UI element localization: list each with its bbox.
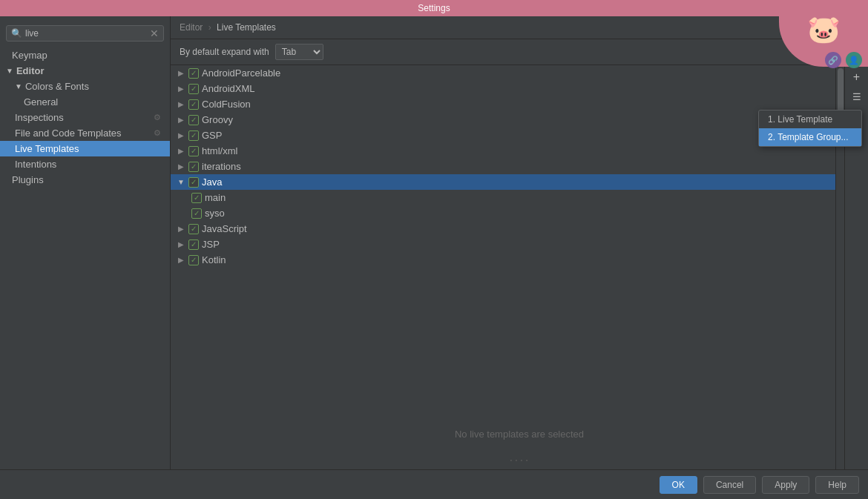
- sidebar-label-colors-fonts: Colors & Fonts: [25, 81, 89, 92]
- sidebar-item-live-templates[interactable]: Live Templates: [0, 141, 170, 156]
- breadcrumb-current: Live Templates: [217, 22, 276, 33]
- sidebar-item-inspections[interactable]: Inspections ⚙: [0, 110, 170, 125]
- tree-item-kotlin[interactable]: ▶ Kotlin: [171, 252, 835, 268]
- tree-arrow-cold-fusion: ▶: [177, 100, 185, 108]
- bottom-bar: OK Cancel Apply Help: [0, 469, 868, 499]
- corner-icon-1[interactable]: 🔗: [825, 52, 841, 68]
- tree-label-jsp: JSP: [202, 239, 220, 250]
- tree-label-groovy: Groovy: [202, 114, 233, 125]
- tree-item-html-xml[interactable]: ▶ html/xml: [171, 143, 835, 159]
- tree-item-syso[interactable]: syso: [171, 205, 835, 221]
- popup-menu: 1. Live Template 2. Template Group...: [758, 110, 862, 147]
- tree-item-android-parcelable[interactable]: ▶ AndroidParcelable: [171, 65, 835, 81]
- checkbox-java[interactable]: [188, 177, 199, 188]
- scrollbar-thumb[interactable]: [838, 68, 844, 113]
- expand-row: By default expand with Tab Enter Space: [171, 39, 868, 65]
- tree-arrow-android-parcelable: ▶: [177, 69, 185, 77]
- ok-button[interactable]: OK: [660, 476, 697, 494]
- breadcrumb: Editor › Live Templates: [180, 22, 276, 33]
- sidebar-label-live-templates: Live Templates: [15, 143, 79, 154]
- breadcrumb-separator: ›: [208, 22, 214, 33]
- apply-button[interactable]: Apply: [762, 476, 809, 494]
- checkbox-syso[interactable]: [191, 208, 202, 219]
- checkbox-cold-fusion[interactable]: [188, 99, 199, 110]
- tree-arrow-html-xml: ▶: [177, 147, 185, 155]
- tree-item-iterations[interactable]: ▶ iterations: [171, 159, 835, 174]
- tree-item-java[interactable]: ▼ Java: [171, 174, 835, 190]
- content-area: Editor › Live Templates By default expan…: [171, 16, 868, 469]
- template-tree: ▶ AndroidParcelable ▶ AndroidXML ▶: [171, 65, 835, 469]
- tree-arrow-jsp: ▶: [177, 240, 185, 248]
- corner-icon-2[interactable]: 👤: [846, 52, 862, 68]
- tree-label-android-xml: AndroidXML: [202, 83, 255, 94]
- popup-label-live-template: 1. Live Template: [768, 114, 832, 125]
- expand-label: By default expand with: [180, 47, 269, 57]
- window-title: Settings: [418, 3, 450, 13]
- tree-label-android-parcelable: AndroidParcelable: [202, 67, 280, 79]
- inspections-badge-icon: ⚙: [154, 113, 161, 122]
- search-icon: 🔍: [11, 28, 22, 39]
- tree-label-gsp: GSP: [202, 130, 222, 141]
- tree-label-iterations: iterations: [202, 161, 241, 172]
- sidebar-label-inspections: Inspections: [15, 112, 64, 123]
- main-container: 🔍 ✕ Keymap ▼ Editor ▼ Colors & Fonts Gen…: [0, 16, 868, 469]
- search-input[interactable]: [25, 28, 150, 39]
- tree-arrow-iterations: ▶: [177, 162, 185, 171]
- sidebar-item-colors-fonts[interactable]: ▼ Colors & Fonts: [0, 79, 170, 94]
- tree-item-main[interactable]: main: [171, 190, 835, 205]
- breadcrumb-parent: Editor: [180, 22, 203, 33]
- tree-label-java: Java: [202, 176, 222, 188]
- search-box[interactable]: 🔍 ✕: [6, 25, 164, 42]
- template-list: ▶ AndroidParcelable ▶ AndroidXML ▶: [171, 65, 868, 469]
- tree-arrow-javascript: ▶: [177, 225, 185, 233]
- expand-select[interactable]: Tab Enter Space: [275, 44, 323, 60]
- tree-arrow-gsp: ▶: [177, 131, 185, 139]
- tree-item-jsp[interactable]: ▶ JSP: [171, 237, 835, 252]
- corner-icons: 🔗 👤: [825, 52, 862, 68]
- sidebar-label-general: General: [24, 96, 58, 108]
- cancel-button[interactable]: Cancel: [703, 476, 756, 494]
- sidebar-item-editor[interactable]: ▼ Editor: [0, 63, 170, 79]
- sidebar-item-intentions[interactable]: Intentions: [0, 156, 170, 172]
- checkbox-android-xml[interactable]: [188, 84, 199, 94]
- tree-arrow-android-xml: ▶: [177, 85, 185, 93]
- tree-item-groovy[interactable]: ▶ Groovy: [171, 112, 835, 128]
- sidebar-item-plugins[interactable]: Plugins: [0, 172, 170, 188]
- file-templates-badge-icon: ⚙: [154, 128, 161, 138]
- sidebar-item-general[interactable]: General: [0, 94, 170, 110]
- checkbox-iterations[interactable]: [188, 162, 199, 172]
- tree-label-kotlin: Kotlin: [202, 254, 226, 265]
- checkbox-groovy[interactable]: [188, 115, 199, 125]
- checkbox-kotlin[interactable]: [188, 255, 199, 265]
- checkbox-gsp[interactable]: [188, 130, 199, 141]
- tree-item-gsp[interactable]: ▶ GSP: [171, 128, 835, 143]
- help-button[interactable]: Help: [815, 476, 859, 494]
- tree-item-android-xml[interactable]: ▶ AndroidXML: [171, 81, 835, 96]
- tree-label-javascript: JavaScript: [202, 223, 247, 234]
- checkbox-html-xml[interactable]: [188, 146, 199, 156]
- popup-item-template-group[interactable]: 2. Template Group...: [759, 128, 861, 146]
- title-bar: Settings: [0, 0, 868, 16]
- sidebar-item-file-code-templates[interactable]: File and Code Templates ⚙: [0, 125, 170, 141]
- tree-label-html-xml: html/xml: [202, 145, 237, 156]
- list-icon-button[interactable]: ☰: [848, 87, 866, 105]
- resize-handle[interactable]: • • • •: [510, 457, 529, 463]
- checkbox-jsp[interactable]: [188, 239, 199, 250]
- search-clear-icon[interactable]: ✕: [150, 27, 159, 39]
- add-button[interactable]: +: [848, 68, 866, 86]
- tree-label-syso: syso: [205, 208, 225, 219]
- content-header: Editor › Live Templates: [171, 16, 868, 39]
- tree-item-javascript[interactable]: ▶ JavaScript: [171, 221, 835, 237]
- checkbox-javascript[interactable]: [188, 224, 199, 234]
- editor-arrow-icon: ▼: [6, 67, 13, 75]
- checkbox-main[interactable]: [191, 193, 202, 203]
- tree-arrow-java: ▼: [177, 178, 185, 186]
- sidebar-label-keymap: Keymap: [12, 50, 47, 61]
- popup-item-live-template[interactable]: 1. Live Template: [759, 110, 861, 128]
- sidebar-label-plugins: Plugins: [12, 174, 44, 185]
- checkbox-android-parcelable[interactable]: [188, 68, 199, 79]
- sidebar-item-keymap[interactable]: Keymap: [0, 47, 170, 63]
- colors-arrow-icon: ▼: [15, 82, 22, 90]
- tree-item-cold-fusion[interactable]: ▶ ColdFusion: [171, 96, 835, 112]
- sidebar-label-editor: Editor: [16, 65, 45, 76]
